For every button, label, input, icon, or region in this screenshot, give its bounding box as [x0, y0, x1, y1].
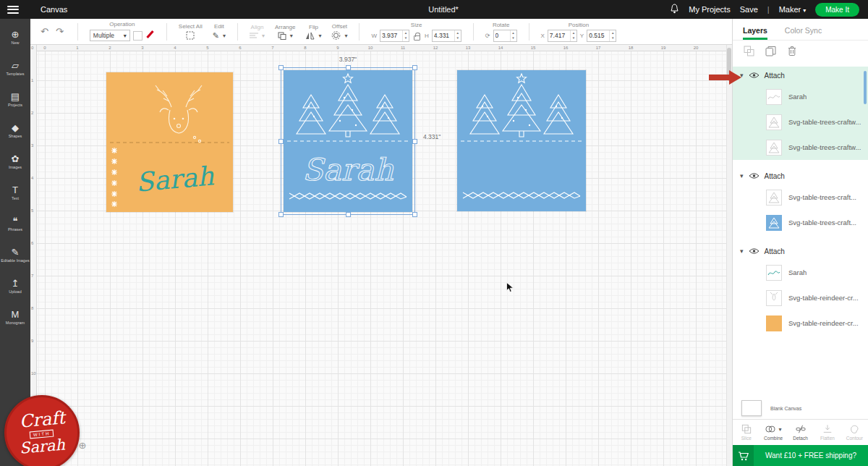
my-projects-link[interactable]: My Projects: [689, 5, 730, 14]
layer-row[interactable]: Svg-table-trees-craft...: [733, 185, 868, 210]
eye-icon[interactable]: [749, 245, 760, 258]
layer-row[interactable]: Svg-table-reindeer-cr...: [733, 310, 868, 336]
sidebar-item-monogram[interactable]: MMonogram: [0, 302, 30, 333]
panel-scrollbar-thumb[interactable]: [864, 71, 867, 104]
resize-handle[interactable]: [412, 212, 417, 217]
arrange-button[interactable]: Arrange ▾: [275, 24, 295, 40]
resize-handle[interactable]: [346, 212, 351, 217]
selection-bounding-box[interactable]: [281, 67, 415, 215]
canvas-menu-label[interactable]: Canvas: [41, 5, 67, 14]
pen-color-swatch[interactable]: [145, 29, 155, 42]
hamburger-menu-icon[interactable]: [7, 6, 19, 14]
layer-row[interactable]: Sarah: [733, 260, 868, 285]
resize-handle[interactable]: [278, 139, 284, 144]
layer-group-header[interactable]: ▾ Attach: [733, 167, 868, 185]
resize-handle[interactable]: [412, 65, 417, 70]
slice-button[interactable]: Slice: [733, 420, 760, 445]
redo-button[interactable]: ↷: [56, 26, 64, 37]
trees-place-card-blank[interactable]: [457, 70, 586, 211]
contour-button[interactable]: Contour: [841, 420, 868, 445]
height-input[interactable]: ▲▼: [432, 30, 461, 42]
machine-select[interactable]: Maker▾: [779, 5, 807, 14]
duplicate-icon[interactable]: [765, 46, 776, 56]
shipping-promo-banner[interactable]: Want £10 + FREE shipping?: [733, 445, 868, 466]
editable-images-icon: ✎: [12, 247, 20, 257]
canvas-scrollbar[interactable]: [726, 45, 732, 466]
chevron-down-icon[interactable]: ▾: [740, 247, 744, 255]
layer-row[interactable]: Svg-table-trees-craft...: [733, 210, 868, 235]
sidebar-item-phrases[interactable]: ❝Phrases: [0, 208, 30, 240]
chevron-down-icon: ▾: [803, 7, 806, 14]
width-stepper[interactable]: ▲▼: [402, 30, 409, 41]
eye-icon[interactable]: [749, 69, 760, 82]
height-stepper[interactable]: ▲▼: [454, 30, 461, 41]
templates-icon: ▱: [12, 61, 19, 70]
position-y-input[interactable]: ▲▼: [587, 30, 616, 42]
sidebar-item-editable-images[interactable]: ✎Editable Images: [0, 240, 30, 271]
canvas-color-swatch[interactable]: [741, 400, 762, 416]
rotate-stepper[interactable]: ▲▼: [510, 30, 516, 41]
position-y-stepper[interactable]: ▲▼: [609, 30, 616, 41]
ruler-mark: 3: [31, 143, 33, 148]
lock-aspect-icon[interactable]: [414, 35, 420, 41]
layer-row[interactable]: Svg-table-trees-craftw...: [733, 135, 868, 160]
select-all-button[interactable]: Select All: [179, 23, 203, 40]
layer-row[interactable]: Sarah: [733, 84, 868, 109]
delete-trash-icon[interactable]: [787, 46, 797, 56]
position-x-stepper[interactable]: ▲▼: [570, 30, 576, 41]
align-button[interactable]: Align ▾: [250, 24, 265, 39]
layer-label: Svg-table-trees-craft...: [788, 219, 856, 226]
layer-row[interactable]: Svg-table-trees-craftw...: [733, 109, 868, 135]
sidebar-item-text[interactable]: TText: [0, 177, 30, 208]
rotate-icon: ⟳: [485, 33, 490, 39]
combine-button[interactable]: ▾ Combine: [760, 420, 786, 445]
eye-icon[interactable]: [749, 169, 760, 182]
detach-button[interactable]: Detach: [787, 420, 814, 445]
operation-select[interactable]: Multiple ▾: [90, 30, 130, 41]
save-link[interactable]: Save: [740, 5, 758, 14]
position-x-input[interactable]: ▲▼: [548, 30, 577, 42]
sidebar-item-projects[interactable]: ▤Projects: [0, 84, 30, 115]
tab-layers[interactable]: Layers: [743, 26, 767, 40]
offset-button[interactable]: Offset ▾: [331, 23, 347, 40]
edit-button[interactable]: Edit ✎▾: [213, 23, 226, 41]
flip-icon: [305, 32, 315, 40]
flip-button[interactable]: Flip ▾: [305, 24, 321, 40]
resize-handle[interactable]: [278, 212, 284, 217]
sidebar-item-images[interactable]: ✿Images: [0, 146, 30, 177]
reindeer-place-card[interactable]: Sarah: [106, 72, 233, 212]
slice-tool-icon[interactable]: [744, 46, 754, 56]
document-title[interactable]: Untitled*: [217, 5, 670, 14]
layer-group: ▾ Attach Sarah Svg-table-reindeer-cr... …: [733, 242, 868, 336]
resize-handle[interactable]: [412, 139, 417, 144]
ruler-mark: 4: [174, 46, 176, 50]
zoom-in-icon[interactable]: ⊕: [78, 440, 86, 451]
sidebar-item-new[interactable]: ⊕New: [0, 22, 30, 53]
arrange-icon: [278, 32, 286, 40]
resize-handle[interactable]: [278, 65, 284, 70]
slice-icon: [741, 424, 752, 434]
sidebar-item-upload[interactable]: ↥Upload: [0, 271, 30, 302]
ruler-mark: 4: [31, 176, 33, 180]
top-bar: Canvas Untitled* My Projects Save | Make…: [0, 0, 868, 19]
blank-canvas-row[interactable]: Blank Canvas: [733, 397, 868, 419]
pencil-icon: ✎: [213, 31, 219, 41]
sidebar-item-templates[interactable]: ▱Templates: [0, 53, 30, 84]
rotate-input[interactable]: ▲▼: [493, 30, 517, 42]
layer-group-header[interactable]: ▾ Attach: [733, 67, 868, 84]
notifications-bell-icon[interactable]: [670, 4, 679, 15]
flatten-button[interactable]: Flatten: [814, 420, 841, 445]
linetype-swatch[interactable]: [133, 31, 142, 41]
layer-group-header[interactable]: ▾ Attach: [733, 242, 868, 260]
tab-color-sync[interactable]: Color Sync: [785, 26, 822, 40]
resize-handle[interactable]: [346, 65, 351, 70]
ruler-mark: 9: [336, 46, 339, 50]
chevron-down-icon[interactable]: ▾: [740, 172, 744, 179]
layer-row[interactable]: Svg-table-reindeer-cr...: [733, 285, 868, 310]
make-it-button[interactable]: Make It: [815, 3, 859, 17]
annotation-arrow: [709, 69, 742, 88]
sidebar-item-shapes[interactable]: ◆Shapes: [0, 115, 30, 146]
width-input[interactable]: ▲▼: [380, 30, 409, 42]
undo-button[interactable]: ↶: [41, 26, 48, 37]
design-canvas[interactable]: 01234567891011121314151617181920 0123456…: [30, 45, 732, 466]
